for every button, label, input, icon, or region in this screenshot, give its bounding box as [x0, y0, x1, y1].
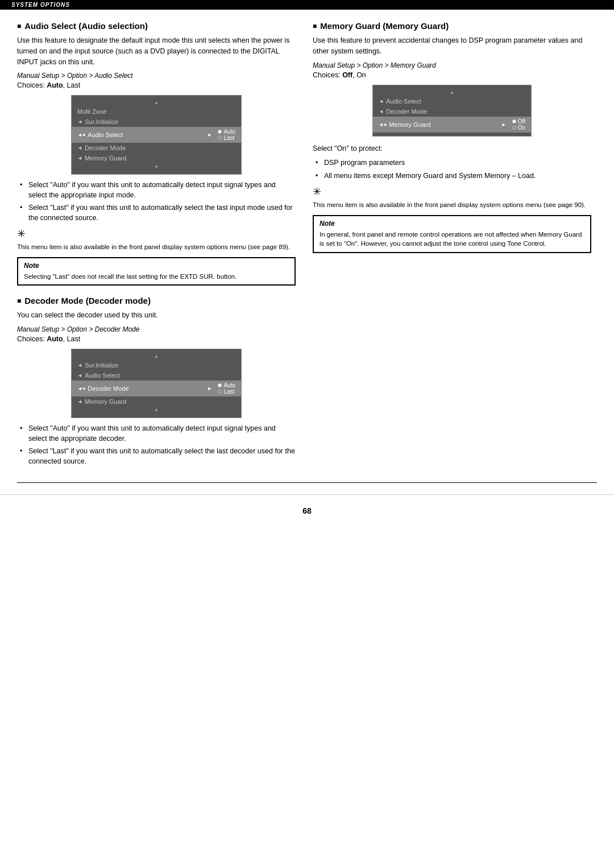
- memory-guard-section: Memory Guard (Memory Guard) Use this fea…: [313, 21, 591, 253]
- bullet-item: Select "Last" if you want this unit to a…: [20, 203, 296, 223]
- menu-item-surinit-2: ◄ Sur.Initialize: [72, 360, 241, 370]
- decoder-mode-title: Decoder Mode (Decoder mode): [17, 296, 296, 305]
- bullet-item: Select "Auto" if you want this unit to a…: [20, 180, 296, 200]
- note-title-1: Note: [24, 262, 289, 270]
- menu-item-surinit: ◄ Sur.Initialize: [72, 117, 241, 127]
- select-on-text: Select "On" to protect:: [313, 143, 591, 154]
- memory-guard-body: Use this feature to prevent accidental c…: [313, 35, 591, 57]
- audio-select-bullets: Select "Auto" if you want this unit to a…: [17, 180, 296, 223]
- memory-guard-path: Manual Setup > Option > Memory Guard: [313, 61, 591, 69]
- menu-item-memoryguard1: ◄ Memory Guard: [72, 153, 241, 163]
- audio-select-choices: Choices: Auto, Last: [17, 81, 296, 89]
- right-column: Memory Guard (Memory Guard) Use this fea…: [313, 21, 591, 471]
- audio-select-menu: ▲ Multi Zone ◄ Sur.Initialize ◄● Audio S…: [71, 95, 242, 175]
- bullet-item: Select "Last" if you want this unit to a…: [20, 447, 296, 466]
- memory-guard-title: Memory Guard (Memory Guard): [313, 21, 591, 31]
- menu-item-audioselect-3: ◄ Audio Select: [373, 96, 531, 106]
- menu-item-decodermode-active: ◄● Decoder Mode ► Auto Last: [72, 381, 241, 396]
- note-box-1: Note Selecting "Last" does not recall th…: [17, 257, 296, 286]
- note-box-right: Note In general, front panel and remote …: [313, 215, 591, 253]
- audio-select-title: Audio Select (Audio selection): [17, 21, 296, 31]
- page-header: SYSTEM OPTIONS: [0, 0, 614, 10]
- menu-item-decodermode1: ◄ Decoder Mode: [72, 143, 241, 153]
- protect-bullets: DSP program parameters All menu items ex…: [313, 158, 591, 181]
- note-text-1: Selecting "Last" does not recall the las…: [24, 272, 289, 281]
- decoder-mode-path: Manual Setup > Option > Decoder Mode: [17, 325, 296, 333]
- decoder-mode-choices: Choices: Auto, Last: [17, 335, 296, 343]
- decoder-mode-body: You can select the decoder used by this …: [17, 310, 296, 321]
- left-column: Audio Select (Audio selection) Use this …: [17, 21, 296, 471]
- tip-text-1: This menu item is also available in the …: [17, 242, 296, 251]
- decoder-mode-section: Decoder Mode (Decoder mode) You can sele…: [17, 296, 296, 466]
- menu-arrow-up-3: ▲: [373, 89, 531, 96]
- menu-arrow-down: ▼: [72, 163, 241, 171]
- menu-item-memoryguard-2: ◄ Memory Guard: [72, 396, 241, 407]
- page-number: 68: [0, 494, 614, 527]
- menu-item-multizone: Multi Zone: [72, 106, 241, 117]
- note-title-right: Note: [320, 220, 584, 228]
- decoder-mode-bullets: Select "Auto" if you want this unit to a…: [17, 424, 296, 466]
- bullet-item: DSP program parameters: [316, 158, 591, 168]
- menu-item-memoryguard-active: ◄● Memory Guard ► Off On: [373, 117, 531, 133]
- tip-icon: ✳: [17, 228, 296, 240]
- header-label: SYSTEM OPTIONS: [11, 2, 70, 8]
- menu-arrow-up: ▲: [72, 99, 241, 106]
- menu-item-decodermode-3: ◄ Decoder Mode: [373, 106, 531, 117]
- audio-select-section: Audio Select (Audio selection) Use this …: [17, 21, 296, 286]
- audio-select-path: Manual Setup > Option > Audio Select: [17, 72, 296, 80]
- menu-arrow-down-2: ▼: [72, 407, 241, 414]
- menu-item-audioselect: ◄● Audio Select ► Auto Last: [72, 127, 241, 143]
- menu-item-audioselect-2: ◄ Audio Select: [72, 370, 241, 381]
- tip-icon-right: ✳: [313, 185, 591, 198]
- bullet-item: Select "Auto" if you want this unit to a…: [20, 424, 296, 444]
- decoder-mode-menu: ▲ ◄ Sur.Initialize ◄ Audio Select ◄● Dec…: [71, 349, 242, 418]
- audio-select-body: Use this feature to designate the defaul…: [17, 35, 296, 67]
- memory-guard-choices: Choices: Off, On: [313, 71, 591, 79]
- bullet-item: All menu items except Memory Guard and S…: [316, 171, 591, 181]
- tip-text-right: This menu item is also available in the …: [313, 200, 591, 209]
- note-text-right: In general, front panel and remote contr…: [320, 230, 584, 248]
- memory-guard-menu: ▲ ◄ Audio Select ◄ Decoder Mode ◄● Memor…: [372, 85, 532, 137]
- menu-arrow-up-2: ▲: [72, 353, 241, 360]
